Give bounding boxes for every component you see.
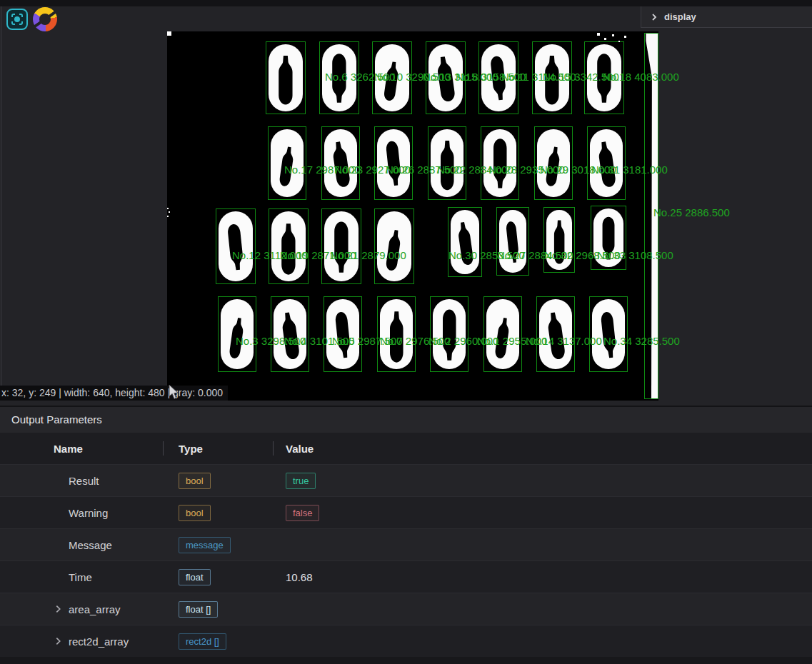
image-noise-speckle xyxy=(169,211,170,213)
table-header-row: Name Type Value xyxy=(0,433,812,464)
param-name-cell: Time xyxy=(0,571,163,583)
param-name: rect2d_array xyxy=(0,635,129,648)
param-type-badge: float [] xyxy=(179,601,218,618)
param-type-cell: float [] xyxy=(163,601,273,618)
scan-roi-icon-button[interactable] xyxy=(6,8,29,31)
image-noise-speckle xyxy=(612,34,614,36)
param-type-cell: message xyxy=(163,537,273,553)
param-row-rect2d_array[interactable]: rect2d_arrayrect2d [] xyxy=(0,625,812,657)
blob-label: No.18 4083.000 xyxy=(603,71,679,84)
param-row-time[interactable]: Timefloat10.68 xyxy=(0,560,812,593)
param-type-badge: message xyxy=(179,537,231,553)
param-name-cell: Message xyxy=(0,539,163,551)
blob-label: No.25 2886.500 xyxy=(653,206,730,219)
image-noise-speckle xyxy=(624,36,626,38)
param-name: Message xyxy=(0,539,112,551)
param-name-cell: area_array xyxy=(0,603,163,615)
mouse-cursor-icon xyxy=(169,385,179,403)
param-value-cell: true xyxy=(273,473,812,489)
column-divider xyxy=(163,441,164,456)
param-name-cell: Result xyxy=(0,475,163,487)
param-type-cell: rect2d [] xyxy=(163,633,273,650)
image-noise-speckle xyxy=(607,46,608,47)
param-type-badge: rect2d [] xyxy=(179,633,226,650)
image-noise-speckle xyxy=(601,51,602,52)
param-value-badge: true xyxy=(286,473,316,489)
blob-label: No.34 3285.500 xyxy=(603,335,680,348)
column-header-name: Name xyxy=(0,443,163,455)
image-noise-speckle xyxy=(167,208,169,209)
param-name-cell: rect2d_array xyxy=(0,635,163,648)
param-type-badge: bool xyxy=(179,505,211,521)
param-row-area_array[interactable]: area_arrayfloat [] xyxy=(0,593,812,625)
param-name: Time xyxy=(0,571,92,583)
blob-label: No.21 2879.000 xyxy=(330,249,406,262)
param-row-result[interactable]: Resultbooltrue xyxy=(0,464,812,496)
image-noise-speckle xyxy=(618,41,620,42)
top-window-strip xyxy=(0,0,812,6)
expand-chevron-icon[interactable] xyxy=(54,605,62,613)
param-type-cell: bool xyxy=(163,473,273,489)
image-noise-speckle xyxy=(604,38,606,40)
param-value-cell: 10.68 xyxy=(273,571,812,583)
expand-chevron-icon[interactable] xyxy=(54,638,62,645)
param-row-message[interactable]: Messagemessage xyxy=(0,528,812,560)
param-value-badge: false xyxy=(286,505,319,521)
param-type-cell: bool xyxy=(163,505,273,521)
toolbar xyxy=(6,7,57,31)
column-header-type: Type xyxy=(163,443,273,455)
param-type-badge: float xyxy=(179,569,211,585)
output-parameters-panel: Output Parameters Name Type Value Result… xyxy=(0,406,812,664)
blob-label: No.14 3137.000 xyxy=(526,335,602,348)
display-panel-header[interactable]: display xyxy=(641,6,812,28)
column-header-value: Value xyxy=(273,443,812,455)
app-root: { "topbar": { "display_panel_label": "di… xyxy=(0,0,812,664)
blob-label: No.31 3181.000 xyxy=(591,164,668,176)
chevron-right-icon[interactable] xyxy=(651,14,658,21)
table-body: ResultbooltrueWarningboolfalseMessagemes… xyxy=(0,464,812,657)
param-name-cell: Warning xyxy=(0,507,163,519)
param-type-badge: bool xyxy=(179,473,211,489)
annotation-layer: No.6 3262.500No.10 3290.500No.13 3115.00… xyxy=(167,31,658,401)
param-name: Result xyxy=(0,475,99,487)
scan-roi-icon xyxy=(6,8,29,31)
param-type-cell: float xyxy=(163,569,273,585)
param-row-warning[interactable]: Warningboolfalse xyxy=(0,496,812,528)
param-name: Warning xyxy=(0,507,108,519)
panel-bottom-strip xyxy=(0,657,812,664)
left-panel-divider xyxy=(1,6,1,401)
image-noise-speckle xyxy=(167,31,171,36)
image-noise-speckle xyxy=(597,33,600,36)
column-divider xyxy=(273,441,274,456)
display-panel-label: display xyxy=(664,11,696,22)
image-canvas[interactable]: No.6 3262.500No.10 3290.500No.13 3115.00… xyxy=(167,31,658,401)
image-noise-speckle xyxy=(167,216,169,217)
pixel-info-statusbar: x: 32, y: 249 | width: 640, height: 480 … xyxy=(0,386,228,401)
app-logo-icon[interactable] xyxy=(33,7,57,31)
blob-label: No.33 3108.500 xyxy=(597,249,673,262)
panel-title: Output Parameters xyxy=(0,407,812,433)
param-value-cell: false xyxy=(273,505,812,521)
param-value: 10.68 xyxy=(286,571,313,583)
